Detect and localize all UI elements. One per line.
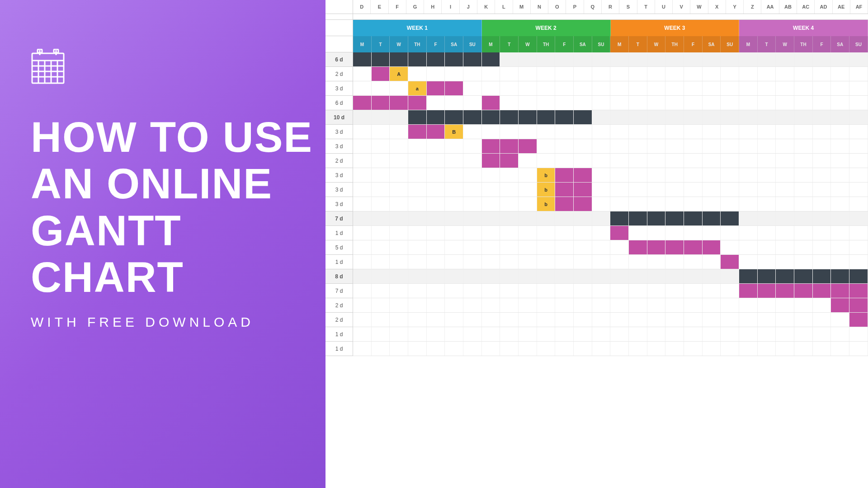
gantt-cell (758, 240, 776, 254)
gantt-cell (574, 226, 592, 240)
gantt-cell (776, 211, 794, 225)
column-letter: X (708, 0, 726, 14)
gantt-cell (353, 81, 372, 95)
gantt-cell (849, 313, 868, 327)
day-header: SA (831, 36, 849, 52)
gantt-cell (372, 183, 390, 197)
gantt-cell (519, 342, 537, 356)
gantt-cell (849, 52, 868, 66)
gantt-cell (684, 52, 703, 66)
gantt-cell (463, 154, 482, 168)
gantt-cell (574, 110, 592, 124)
gantt-cell (703, 269, 721, 283)
gantt-cell (794, 269, 813, 283)
gantt-cell (353, 67, 372, 81)
gantt-cell (665, 96, 684, 110)
gantt-cell (353, 284, 372, 298)
gantt-cell (776, 226, 794, 240)
gantt-cell (555, 139, 574, 153)
day-header: M (610, 36, 629, 52)
gantt-cell (776, 110, 794, 124)
day-header: T (372, 36, 390, 52)
gantt-cell (629, 52, 647, 66)
gantt-cell (353, 255, 372, 269)
gantt-cell (500, 211, 519, 225)
gantt-cell (574, 327, 592, 341)
column-letter: I (442, 0, 459, 14)
gantt-cell (813, 125, 831, 139)
gantt-cell (519, 67, 537, 81)
day-header: T (758, 36, 776, 52)
gantt-cell (739, 96, 758, 110)
gantt-cell (427, 139, 445, 153)
gantt-cell (592, 298, 611, 312)
gantt-rows: 6 d2 dA3 da6 d10 d3 dB3 d2 d3 db3 db3 db… (326, 52, 868, 356)
gantt-cell (427, 125, 445, 139)
column-letter: K (477, 0, 495, 14)
gantt-cell (500, 125, 519, 139)
gantt-cell (482, 139, 500, 153)
gantt-cell (592, 154, 611, 168)
gantt-cell (758, 211, 776, 225)
corner-cell (326, 0, 353, 14)
gantt-cell (758, 269, 776, 283)
gantt-cell (703, 226, 721, 240)
gantt-cell (353, 298, 372, 312)
gantt-cell (574, 211, 592, 225)
gantt-cell (574, 52, 592, 66)
gantt-cell (555, 81, 574, 95)
gantt-cell (629, 183, 647, 197)
gantt-cell (610, 168, 629, 182)
gantt-cell (721, 240, 739, 254)
gantt-cell (463, 96, 482, 110)
gantt-cell (776, 342, 794, 356)
gantt-cell (445, 284, 463, 298)
gantt-cell (831, 67, 849, 81)
gantt-cell (703, 342, 721, 356)
gantt-cell (629, 240, 647, 254)
gantt-cell (519, 226, 537, 240)
gantt-cell (684, 168, 703, 182)
gantt-cell (427, 269, 445, 283)
gantt-cell (574, 269, 592, 283)
gantt-cell (574, 313, 592, 327)
gantt-cell (500, 154, 519, 168)
gantt-cell (500, 67, 519, 81)
gantt-cell (629, 298, 647, 312)
gantt-cell (665, 139, 684, 153)
gantt-cell (519, 125, 537, 139)
gantt-cell (629, 110, 647, 124)
gantt-cell (482, 125, 500, 139)
gantt-cell (831, 125, 849, 139)
column-letter: E (371, 0, 388, 14)
gantt-cell (519, 298, 537, 312)
gantt-cell (427, 342, 445, 356)
gantt-cell (482, 284, 500, 298)
gantt-cell (758, 154, 776, 168)
column-letter: R (602, 0, 619, 14)
column-letter: V (673, 0, 690, 14)
gantt-cell (610, 298, 629, 312)
gantt-cell (537, 125, 556, 139)
gantt-cell (463, 125, 482, 139)
gantt-cell (831, 269, 849, 283)
gantt-cell (592, 52, 611, 66)
gantt-cell (794, 342, 813, 356)
gantt-cell (592, 313, 611, 327)
week-header: WEEK 2 (482, 20, 611, 36)
gantt-cell (390, 81, 408, 95)
gantt-cell (776, 197, 794, 211)
gantt-cell (372, 125, 390, 139)
column-letter: Y (726, 0, 744, 14)
gantt-cell (537, 313, 556, 327)
gantt-cell (445, 226, 463, 240)
gantt-cell (463, 284, 482, 298)
gantt-cell (776, 284, 794, 298)
gantt-cell (721, 67, 739, 81)
gantt-cell (758, 96, 776, 110)
gantt-cell (813, 313, 831, 327)
gantt-cell (555, 240, 574, 254)
column-letter: Q (584, 0, 602, 14)
gantt-cell (427, 298, 445, 312)
gantt-cell (574, 240, 592, 254)
